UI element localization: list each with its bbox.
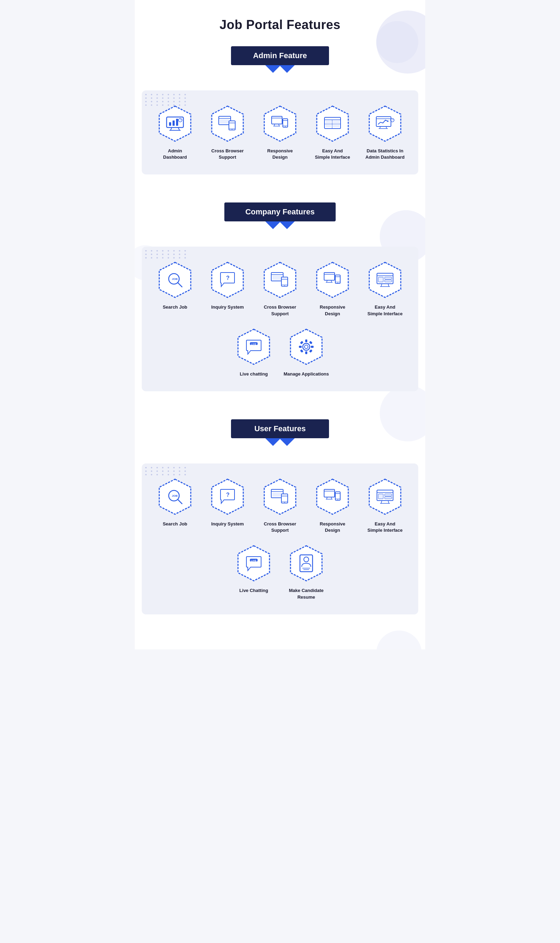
feature-candidate-resume: Make CandidateResume [283, 544, 329, 600]
svg-point-28 [285, 127, 286, 127]
svg-rect-5 [169, 122, 171, 126]
cross-browser-company-label: Cross BrowserSupport [264, 304, 296, 317]
live-chat-company-icon: LIVE [245, 339, 263, 355]
cross-browser-user-icon [271, 489, 289, 505]
user-features-section: JOB Search Job ? [142, 463, 418, 614]
inquiry-company-icon: ? [219, 272, 236, 288]
search-job-user-icon: JOB [167, 489, 183, 505]
easy-interface-admin-label: Easy AndSimple Interface [315, 148, 350, 161]
user-banner-label: User Features [254, 424, 306, 433]
svg-rect-89 [299, 346, 302, 348]
responsive-admin-label: ResponsiveDesign [268, 148, 293, 161]
admin-features-section: AdminDashboard [142, 90, 418, 174]
cross-browser-user-label: Cross BrowserSupport [264, 521, 296, 534]
feature-cross-browser-user: Cross BrowserSupport [257, 477, 303, 534]
svg-rect-87 [305, 340, 307, 342]
svg-rect-111 [324, 489, 335, 497]
hex-icon-cross-browser-company [261, 261, 299, 299]
inquiry-company-label: Inquiry System [211, 304, 244, 310]
responsive-user-label: ResponsiveDesign [320, 521, 345, 534]
company-chevron-left [265, 221, 281, 229]
hex-icon-data-statistics [366, 104, 404, 143]
user-chevron-right [279, 438, 295, 446]
svg-rect-7 [176, 119, 178, 126]
feature-inquiry-company: ? Inquiry System [205, 261, 250, 317]
company-dot-grid-tl [145, 250, 188, 259]
svg-text:JOB: JOB [172, 278, 178, 281]
svg-rect-92 [309, 341, 312, 344]
svg-rect-78 [378, 277, 383, 282]
manage-apps-icon [297, 338, 315, 355]
svg-rect-79 [385, 277, 392, 279]
admin-dashboard-label: AdminDashboard [163, 148, 187, 161]
page-title: Job Portal Features [135, 0, 425, 46]
hex-icon-inquiry-company: ? [208, 261, 247, 299]
easy-interface-company-label: Easy AndSimple Interface [368, 304, 403, 317]
svg-text:JOB: JOB [172, 494, 178, 497]
search-job-company-label: Search Job [163, 304, 187, 310]
data-statistics-label: Data Statistics InAdmin Dashboard [365, 148, 405, 161]
company-features-grid: JOB Search Job [149, 261, 411, 377]
responsive-user-icon [324, 489, 341, 505]
candidate-resume-icon [298, 554, 314, 573]
company-banner-label: Company Features [245, 207, 315, 216]
hex-icon-candidate-resume [287, 544, 326, 583]
svg-rect-128 [385, 497, 392, 499]
svg-line-75 [381, 284, 382, 287]
svg-text:LIVE: LIVE [251, 343, 257, 346]
cross-browser-admin-icon [218, 116, 237, 131]
svg-rect-80 [385, 280, 392, 282]
hex-icon-admin-dashboard [156, 104, 194, 143]
search-job-company-icon: JOB [167, 272, 183, 288]
company-section-banner: Company Features [135, 202, 425, 229]
svg-text:?: ? [226, 275, 229, 281]
user-banner-box: User Features [231, 419, 329, 438]
svg-rect-13 [220, 119, 229, 123]
svg-point-44 [387, 120, 389, 122]
easy-interface-user-label: Easy AndSimple Interface [368, 521, 403, 534]
feature-cross-browser-admin: Cross BrowserSupport [205, 104, 250, 161]
live-chat-user-icon: LIVE [245, 555, 263, 571]
svg-rect-63 [324, 273, 335, 280]
admin-banner-label: Admin Feature [253, 51, 307, 60]
hex-icon-responsive-company [313, 261, 352, 299]
dot-grid-tl [145, 94, 188, 106]
svg-point-85 [303, 343, 310, 350]
svg-rect-39 [376, 117, 391, 127]
hex-icon-responsive-admin [261, 104, 299, 143]
chevron-right [279, 65, 295, 73]
svg-text:LIVE: LIVE [251, 559, 257, 562]
feature-search-job-company: JOB Search Job [152, 261, 198, 317]
svg-rect-35 [333, 121, 340, 123]
svg-line-50 [178, 283, 182, 287]
feature-manage-apps: Manage Applications [283, 327, 329, 377]
svg-rect-93 [300, 349, 303, 353]
svg-rect-94 [309, 349, 312, 353]
admin-section-banner: Admin Feature [135, 46, 425, 73]
user-section-banner: User Features [135, 419, 425, 446]
hex-icon-cross-browser-user [261, 477, 299, 516]
company-banner-chevrons [265, 221, 295, 229]
feature-cross-browser-company: Cross BrowserSupport [257, 261, 303, 317]
hex-icon-search-job-company: JOB [156, 261, 194, 299]
hex-icon-live-chat-user: LIVE [234, 544, 273, 583]
user-chevron-left [265, 438, 281, 446]
svg-rect-91 [300, 341, 303, 344]
easy-interface-admin-icon [324, 117, 341, 131]
hex-icon-search-job-user: JOB [156, 477, 194, 516]
svg-point-61 [284, 286, 285, 286]
data-statistics-icon [375, 116, 394, 131]
company-banner-box: Company Features [225, 202, 335, 221]
svg-line-76 [388, 284, 389, 287]
easy-interface-user-icon [376, 489, 394, 504]
feature-live-chat-user: LIVE Live Chatting [231, 544, 277, 600]
feature-easy-interface-admin: Easy AndSimple Interface [310, 104, 355, 161]
svg-rect-104 [272, 492, 282, 497]
feature-responsive-company: ResponsiveDesign [310, 261, 355, 317]
hex-icon-responsive-user [313, 477, 352, 516]
chevron-left [265, 65, 281, 73]
hex-icon-easy-interface-company [366, 261, 404, 299]
company-features-section: JOB Search Job [142, 247, 418, 391]
search-job-user-label: Search Job [163, 521, 187, 527]
admin-features-grid: AdminDashboard [149, 104, 411, 161]
